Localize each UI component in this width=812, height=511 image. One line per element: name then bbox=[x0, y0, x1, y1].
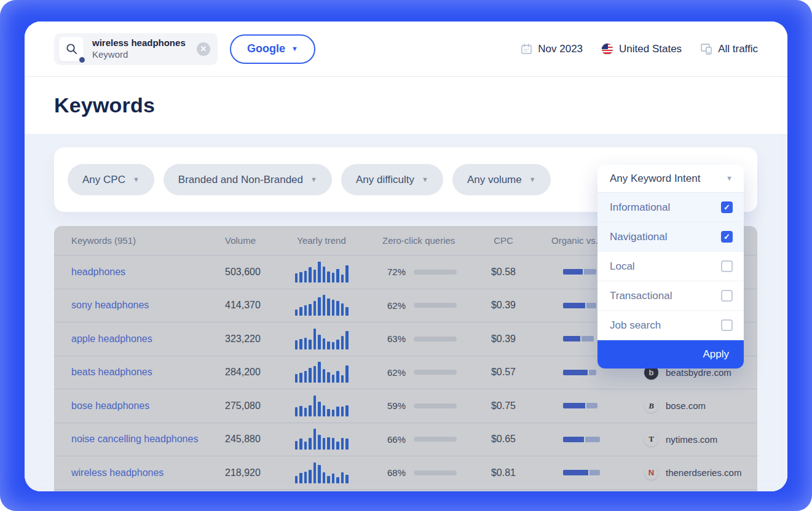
search-engine-label: Google bbox=[247, 42, 285, 55]
zero-click-bar bbox=[414, 470, 457, 475]
content-area: Any CPC ▼ Branded and Non-Branded ▼ Any … bbox=[25, 134, 787, 491]
filter-any-cpc[interactable]: Any CPC ▼ bbox=[68, 164, 154, 195]
organic-vs-paid-bar bbox=[540, 370, 633, 375]
apply-button[interactable]: Apply bbox=[597, 340, 744, 369]
keyword-intent-trigger[interactable]: Any Keyword Intent ▼ bbox=[597, 165, 744, 193]
keyword-intent-options: Informational ✓ Navigational ✓ Local Tra… bbox=[597, 193, 744, 340]
domain-name: thenerdseries.com bbox=[666, 467, 741, 478]
zero-click-value: 68% bbox=[382, 467, 406, 478]
yearly-trend-chart bbox=[295, 329, 349, 349]
volume-value: 323,220 bbox=[221, 334, 278, 345]
country-label: United States bbox=[619, 43, 682, 55]
chevron-down-icon: ▼ bbox=[529, 176, 536, 183]
chevron-down-icon: ▼ bbox=[291, 45, 298, 52]
zero-click-value: 72% bbox=[382, 267, 406, 277]
table-row: bose headphones 275,080 59% $0.75 Bbose.… bbox=[54, 389, 757, 423]
intent-option-label: Local bbox=[610, 260, 635, 273]
calendar-icon bbox=[521, 43, 532, 55]
nytimes-logo: T bbox=[644, 432, 658, 447]
keyword-link[interactable]: wireless headphones bbox=[71, 467, 164, 478]
intent-option[interactable]: Informational ✓ bbox=[597, 193, 744, 222]
filter-label: Any volume bbox=[467, 174, 522, 186]
zero-click-bar bbox=[414, 437, 457, 442]
zero-click-value: 62% bbox=[382, 367, 406, 378]
search-type-label: Keyword bbox=[92, 49, 186, 61]
traffic-picker[interactable]: All traffic bbox=[700, 43, 758, 55]
cpc-value: $0.65 bbox=[467, 434, 540, 445]
yearly-trend-chart bbox=[295, 429, 349, 450]
keyword-link[interactable]: apple headphones bbox=[71, 334, 152, 344]
intent-option-label: Transactional bbox=[610, 290, 672, 302]
chevron-down-icon: ▼ bbox=[310, 176, 317, 183]
checkbox[interactable]: ✓ bbox=[721, 231, 733, 243]
intent-option[interactable]: Navigational ✓ bbox=[597, 222, 744, 252]
zero-click-bar bbox=[414, 270, 457, 275]
yearly-trend-chart bbox=[295, 295, 349, 316]
filter-label: Branded and Non-Branded bbox=[178, 174, 303, 186]
zero-click-value: 66% bbox=[382, 434, 406, 445]
top-bar: wireless headphones Keyword ✕ Google ▼ N… bbox=[25, 21, 787, 77]
search-icon bbox=[59, 37, 84, 61]
keyword-intent-label: Any Keyword Intent bbox=[610, 173, 700, 185]
col-header-cpc[interactable]: CPC bbox=[467, 235, 540, 246]
volume-value: 284,200 bbox=[221, 367, 278, 378]
chevron-down-icon: ▼ bbox=[726, 175, 733, 182]
volume-value: 275,080 bbox=[221, 400, 278, 412]
table-row: noise cancelling headphones 245,880 66% … bbox=[54, 423, 757, 457]
status-dot bbox=[78, 56, 86, 64]
nerdseries-logo: N bbox=[644, 466, 658, 480]
intent-option[interactable]: Transactional bbox=[597, 281, 744, 311]
intent-option[interactable]: Local bbox=[597, 252, 744, 281]
volume-value: 218,920 bbox=[221, 467, 278, 478]
col-header-keywords[interactable]: Keywords (951) bbox=[54, 235, 221, 246]
country-picker[interactable]: United States bbox=[601, 43, 682, 55]
filter-difficulty[interactable]: Any difficulty ▼ bbox=[341, 164, 443, 195]
chevron-down-icon: ▼ bbox=[422, 176, 428, 183]
cpc-value: $0.58 bbox=[467, 267, 540, 278]
domain-cell: Nthenerdseries.com bbox=[633, 466, 757, 480]
cpc-value: $0.57 bbox=[467, 367, 540, 378]
zero-click-value: 63% bbox=[382, 334, 406, 344]
keyword-link[interactable]: beats headphones bbox=[71, 367, 152, 377]
date-picker[interactable]: Nov 2023 bbox=[521, 43, 583, 55]
cpc-value: $0.39 bbox=[467, 334, 540, 345]
intent-option-label: Informational bbox=[610, 201, 670, 214]
zero-click-bar bbox=[414, 370, 457, 375]
checkbox[interactable] bbox=[721, 319, 733, 331]
intent-option[interactable]: Job search bbox=[597, 311, 744, 340]
keyword-search-box[interactable]: wireless headphones Keyword ✕ bbox=[54, 33, 218, 65]
traffic-label: All traffic bbox=[718, 43, 758, 55]
yearly-trend-chart bbox=[295, 262, 349, 283]
title-band: Keywords bbox=[25, 77, 787, 134]
checkbox[interactable] bbox=[721, 290, 733, 302]
col-header-trend[interactable]: Yearly trend bbox=[278, 235, 374, 246]
domain-name: bose.com bbox=[666, 400, 706, 411]
keyword-link[interactable]: sony headphones bbox=[71, 300, 149, 310]
cpc-value: $0.39 bbox=[467, 300, 540, 311]
col-header-zero-click[interactable]: Zero-click queries bbox=[374, 235, 467, 246]
organic-vs-paid-bar bbox=[540, 470, 633, 475]
filter-label: Any difficulty bbox=[356, 174, 414, 186]
keyword-link[interactable]: bose headphones bbox=[71, 400, 149, 411]
keyword-intent-dropdown: Any Keyword Intent ▼ Informational ✓ Nav… bbox=[597, 165, 744, 369]
search-input[interactable]: wireless headphones bbox=[92, 37, 186, 49]
us-flag-icon bbox=[601, 43, 613, 55]
intent-option-label: Navigational bbox=[610, 231, 668, 243]
yearly-trend-chart bbox=[295, 462, 349, 483]
checkbox[interactable]: ✓ bbox=[721, 201, 733, 213]
checkbox[interactable] bbox=[721, 260, 733, 272]
filter-volume[interactable]: Any volume ▼ bbox=[452, 164, 551, 195]
clear-search-icon[interactable]: ✕ bbox=[197, 42, 210, 56]
volume-value: 503,600 bbox=[221, 267, 278, 278]
search-engine-button[interactable]: Google ▼ bbox=[230, 34, 315, 64]
zero-click-bar bbox=[414, 337, 457, 341]
filter-branded[interactable]: Branded and Non-Branded ▼ bbox=[164, 164, 332, 195]
col-header-volume[interactable]: Volume bbox=[221, 235, 278, 246]
keyword-link[interactable]: noise cancelling headphones bbox=[71, 434, 198, 444]
intent-option-label: Job search bbox=[610, 319, 661, 332]
app-window: wireless headphones Keyword ✕ Google ▼ N… bbox=[0, 0, 812, 511]
domain-name: beatsbydre.com bbox=[666, 367, 731, 378]
keyword-link[interactable]: headphones bbox=[71, 267, 125, 277]
devices-icon bbox=[700, 43, 712, 55]
cpc-value: $0.81 bbox=[467, 467, 540, 478]
